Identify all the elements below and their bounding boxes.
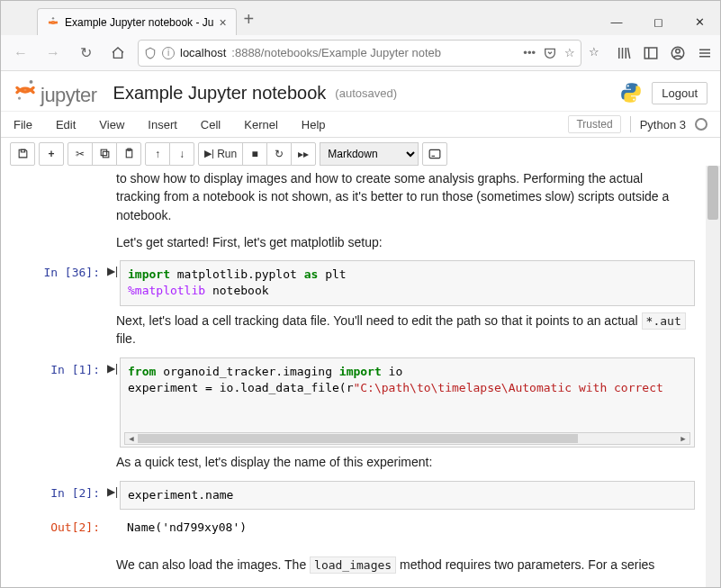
- run-button[interactable]: ▶| Run: [198, 142, 243, 166]
- save-button[interactable]: [10, 142, 35, 166]
- separator: [630, 116, 631, 132]
- code-input[interactable]: from organoid_tracker.imaging import io …: [120, 357, 695, 448]
- move-up-button[interactable]: ↑: [145, 142, 170, 166]
- url-host: localhost: [180, 46, 226, 59]
- shield-icon: [144, 47, 157, 59]
- forward-button[interactable]: →: [41, 41, 66, 66]
- logout-button[interactable]: Logout: [652, 82, 707, 104]
- restart-run-all-button[interactable]: ▸▸: [291, 142, 316, 166]
- svg-point-14: [627, 85, 629, 86]
- bookmark-star-icon[interactable]: ☆: [564, 46, 575, 59]
- svg-rect-5: [644, 48, 657, 59]
- sidebar-icon[interactable]: [643, 45, 659, 61]
- notebook-name[interactable]: Example Jupyter notebook: [113, 83, 327, 104]
- kernel-status-icon: [695, 118, 707, 131]
- jupyter-logo-icon: [14, 78, 37, 102]
- cut-button[interactable]: ✂: [68, 142, 93, 166]
- svg-rect-16: [21, 149, 24, 152]
- bookmark-page-icon[interactable]: ☆: [589, 45, 605, 61]
- svg-line-4: [628, 48, 630, 59]
- notebook-area[interactable]: to show how to display images and how to…: [1, 166, 720, 587]
- paste-button[interactable]: [116, 142, 141, 166]
- library-icon[interactable]: [616, 45, 632, 61]
- in-prompt: In [1]:: [10, 357, 107, 448]
- ellipsis-icon[interactable]: •••: [523, 46, 536, 59]
- new-tab-button[interactable]: +: [244, 9, 255, 30]
- code-cell[interactable]: In [36]: ▶| import matplotlib.pyplot as …: [10, 260, 711, 305]
- back-button[interactable]: ←: [8, 41, 33, 66]
- code-input[interactable]: import matplotlib.pyplot as plt %matplot…: [120, 260, 695, 305]
- markdown-cell[interactable]: Let's get started! First, let's get matp…: [116, 233, 711, 251]
- run-cell-icon[interactable]: ▶|: [107, 260, 120, 305]
- pocket-icon[interactable]: [543, 46, 557, 60]
- copy-button[interactable]: [92, 142, 117, 166]
- in-prompt: In [2]:: [10, 481, 107, 510]
- markdown-cell[interactable]: Next, let's load a cell tracking data fi…: [116, 312, 711, 348]
- menu-view[interactable]: View: [99, 118, 139, 131]
- code-cell[interactable]: In [2]: ▶| experiment.name: [10, 481, 711, 510]
- browser-tab[interactable]: Example Jupyter notebook - Ju ×: [37, 8, 237, 35]
- output-text: Name('nd799xy08'): [120, 515, 695, 539]
- menu-kernel[interactable]: Kernel: [244, 118, 293, 131]
- move-down-button[interactable]: ↓: [169, 142, 194, 166]
- menu-edit[interactable]: Edit: [56, 118, 90, 131]
- window-controls: — ◻ ✕: [596, 8, 720, 35]
- maximize-button[interactable]: ◻: [637, 8, 679, 35]
- command-palette-button[interactable]: [422, 142, 447, 166]
- output-cell: Out[2]: Name('nd799xy08'): [10, 515, 711, 539]
- menu-help[interactable]: Help: [302, 118, 340, 131]
- svg-point-0: [52, 17, 54, 19]
- code-cell[interactable]: In [1]: ▶| from organoid_tracker.imaging…: [10, 357, 711, 448]
- kernel-name[interactable]: Python 3: [640, 118, 686, 131]
- markdown-cell[interactable]: We can also load the images. The load_im…: [116, 556, 711, 574]
- trusted-indicator[interactable]: Trusted: [568, 115, 620, 133]
- svg-rect-17: [103, 151, 109, 158]
- tab-title: Example Jupyter notebook - Ju: [65, 16, 213, 29]
- cell-type-select[interactable]: Markdown: [320, 142, 419, 166]
- reload-button[interactable]: ↻: [73, 41, 98, 66]
- close-tab-icon[interactable]: ×: [219, 15, 226, 30]
- out-prompt: Out[2]:: [10, 515, 107, 539]
- restart-button[interactable]: ↻: [266, 142, 292, 166]
- python-icon: [619, 81, 643, 104]
- jupyter-favicon: [47, 16, 59, 29]
- close-window-button[interactable]: ✕: [679, 8, 720, 35]
- code-input[interactable]: experiment.name: [120, 481, 695, 510]
- vertical-scrollbar[interactable]: [706, 166, 720, 587]
- autosave-status: (autosaved): [335, 86, 397, 100]
- url-bar[interactable]: i localhost:8888/notebooks/Example Jupyt…: [138, 40, 581, 67]
- menu-file[interactable]: File: [14, 118, 47, 131]
- browser-toolbar: ← → ↻ i localhost:8888/notebooks/Example…: [1, 35, 720, 71]
- jupyter-header: jupyter Example Jupyter notebook (autosa…: [1, 71, 720, 111]
- horizontal-scrollbar[interactable]: ◀▶: [124, 432, 690, 445]
- menu-icon[interactable]: [697, 45, 713, 61]
- markdown-cell[interactable]: As a quick test, let's display the name …: [116, 453, 711, 471]
- browser-titlebar: Example Jupyter notebook - Ju × + — ◻ ✕: [1, 1, 720, 35]
- insert-cell-button[interactable]: +: [39, 142, 64, 166]
- url-path: :8888/notebooks/Example Jupyter noteb: [231, 46, 441, 59]
- interrupt-button[interactable]: ■: [242, 142, 267, 166]
- info-icon: i: [162, 47, 175, 59]
- scrollbar-thumb[interactable]: [707, 166, 718, 220]
- svg-point-12: [30, 80, 33, 84]
- scroll-right-icon[interactable]: ▶: [677, 433, 689, 445]
- scroll-left-icon[interactable]: ◀: [125, 433, 138, 445]
- run-cell-icon[interactable]: ▶|: [107, 357, 120, 448]
- markdown-cell[interactable]: to show how to display images and how to…: [116, 169, 711, 224]
- svg-point-8: [676, 49, 680, 53]
- jupyter-menubar: File Edit View Insert Cell Kernel Help T…: [1, 111, 720, 138]
- svg-point-13: [18, 96, 21, 99]
- scrollbar-thumb[interactable]: [138, 434, 578, 443]
- svg-rect-18: [101, 149, 107, 156]
- menu-cell[interactable]: Cell: [201, 118, 235, 131]
- home-button[interactable]: [105, 41, 131, 66]
- minimize-button[interactable]: —: [596, 8, 637, 35]
- account-icon[interactable]: [670, 45, 686, 61]
- run-cell-icon[interactable]: ▶|: [107, 481, 120, 510]
- in-prompt: In [36]:: [10, 260, 107, 305]
- jupyter-logo[interactable]: jupyter: [14, 78, 97, 107]
- svg-point-15: [633, 99, 635, 101]
- svg-rect-21: [429, 149, 440, 158]
- jupyter-logo-text: jupyter: [41, 84, 97, 107]
- menu-insert[interactable]: Insert: [148, 118, 192, 131]
